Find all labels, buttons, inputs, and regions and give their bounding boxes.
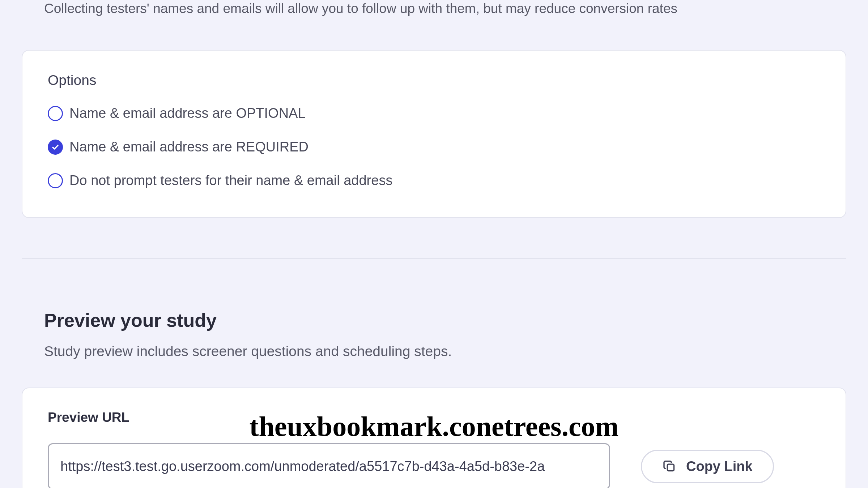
radio-group: Name & email address are OPTIONAL Name &… (48, 106, 820, 188)
copy-link-label: Copy Link (686, 459, 753, 474)
check-icon (51, 143, 60, 151)
copy-icon (662, 459, 677, 474)
section-divider (22, 258, 846, 259)
radio-circle-icon (48, 140, 63, 155)
radio-circle-icon (48, 106, 63, 121)
preview-heading: Preview your study (22, 309, 846, 331)
copy-link-button[interactable]: Copy Link (641, 450, 774, 483)
radio-label: Name & email address are OPTIONAL (69, 106, 306, 121)
radio-label: Do not prompt testers for their name & e… (69, 173, 392, 188)
preview-url-input[interactable] (48, 443, 610, 488)
radio-option-optional[interactable]: Name & email address are OPTIONAL (48, 106, 820, 121)
intro-text: Collecting testers' names and emails wil… (22, 0, 846, 17)
options-card: Options Name & email address are OPTIONA… (22, 50, 846, 218)
preview-url-row: Copy Link (48, 443, 820, 488)
radio-option-required[interactable]: Name & email address are REQUIRED (48, 139, 820, 155)
preview-url-label: Preview URL (48, 410, 820, 425)
preview-subtext: Study preview includes screener question… (22, 343, 846, 359)
radio-circle-icon (48, 173, 63, 188)
options-heading: Options (48, 72, 820, 88)
preview-card: Preview URL Copy Link (22, 388, 846, 488)
radio-label: Name & email address are REQUIRED (69, 139, 309, 155)
svg-rect-0 (667, 464, 674, 471)
radio-option-donotprompt[interactable]: Do not prompt testers for their name & e… (48, 173, 820, 188)
